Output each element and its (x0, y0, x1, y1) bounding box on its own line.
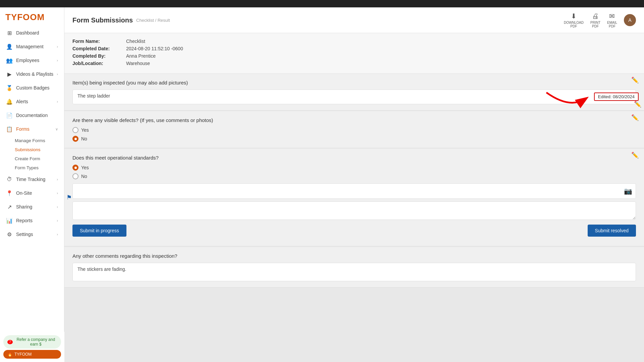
sidebar-item-alerts[interactable]: 🔔 Alerts › (1, 95, 63, 108)
chevron-icon: › (57, 100, 58, 104)
sidebar-item-videos[interactable]: ▶ Videos & Playlists › (1, 67, 63, 81)
sidebar-item-time-tracking[interactable]: ⏱ Time Tracking › (1, 173, 63, 186)
submit-resolved-button[interactable]: Submit resolved (588, 225, 636, 237)
header-left: Form Submissions Checklist / Result (72, 16, 170, 24)
edit-section-2-button[interactable]: ✏️ (631, 114, 639, 121)
chevron-icon: › (57, 45, 58, 49)
sidebar-item-documentation[interactable]: 📄 Documentation (1, 109, 63, 122)
photo-section: 📷 (72, 183, 636, 199)
sidebar-item-forms[interactable]: 📋 Forms ∨ (1, 122, 63, 136)
email-icon: ✉ (609, 12, 615, 20)
section-operational-standards: ⚑ Does this meet operational standards? … (64, 149, 644, 246)
sidebar-item-custom-badges[interactable]: 🏅 Custom Badges (1, 81, 63, 95)
radio-circle-yes (72, 127, 78, 133)
tyfoom-button[interactable]: 🔥 TYFOOM (3, 350, 61, 359)
other-comments-value: The stickers are fading. (72, 263, 636, 281)
sidebar-nav: ⊞ Dashboard 👤 Management › 👥 Employees ›… (0, 26, 64, 362)
sidebar-item-settings[interactable]: ⚙ Settings › (1, 228, 63, 241)
radio-circle-yes-op (72, 165, 78, 171)
user-avatar[interactable]: A (624, 14, 636, 26)
sidebar-item-management[interactable]: 👤 Management › (1, 40, 63, 53)
submit-row: Submit in progress Submit resolved (72, 221, 636, 240)
documentation-icon: 📄 (6, 112, 13, 119)
radio-yes-defects[interactable]: Yes (72, 127, 636, 133)
dashboard-icon: ⊞ (6, 29, 13, 36)
radio-no-defects[interactable]: No (72, 136, 636, 142)
print-pdf-button[interactable]: 🖨 PRINTPDF (590, 12, 600, 28)
sidebar-item-reports[interactable]: 📊 Reports › (1, 214, 63, 227)
operational-comment-textarea[interactable] (72, 201, 636, 220)
tyfoom-icon: 🔥 (7, 352, 12, 357)
form-info: Form Name: Checklist Completed Date: 202… (64, 33, 644, 74)
completed-by-label: Completed By: (72, 53, 126, 59)
submenu-form-types[interactable]: Form Types (15, 163, 64, 172)
email-pdf-button[interactable]: ✉ EMAILPDF (607, 12, 617, 28)
tyfoom-label: TYFOOM (14, 352, 32, 357)
forms-submenu: Manage Forms Submissions Create Form For… (0, 136, 64, 172)
flag-icon: ⚑ (66, 194, 72, 201)
submit-in-progress-button[interactable]: Submit in progress (72, 225, 126, 237)
sidebar-item-sharing[interactable]: ↗ Sharing › (1, 200, 63, 214)
red-arrow-icon (543, 89, 590, 109)
chevron-icon: › (57, 177, 58, 181)
edited-badge: Edited: 08/20/2024 (594, 93, 639, 101)
job-location-label: Job/Location: (72, 61, 126, 66)
videos-icon: ▶ (6, 71, 13, 77)
employees-icon: 👥 (6, 57, 13, 64)
job-location-row: Job/Location: Warehouse (72, 61, 636, 66)
top-bar (0, 0, 644, 7)
sidebar: TYFOOM ⊞ Dashboard 👤 Management › 👥 Empl… (0, 0, 64, 362)
submenu-manage-forms[interactable]: Manage Forms (15, 136, 64, 145)
on-site-icon: 📍 (6, 190, 13, 196)
referral-badge: 7 (7, 340, 13, 344)
completed-date-label: Completed Date: (72, 46, 126, 51)
radio-group-operational: Yes No (72, 165, 636, 179)
print-icon: 🖨 (592, 12, 599, 20)
radio-group-visible-defects: Yes No (72, 127, 636, 142)
question-operational-standards: Does this meet operational standards? (72, 155, 636, 161)
form-name-row: Form Name: Checklist (72, 39, 636, 44)
referral-button[interactable]: 7 Refer a company and earn $ (3, 335, 61, 349)
radio-yes-operational[interactable]: Yes (72, 165, 636, 171)
edit-section-3-button[interactable]: ✏️ (631, 152, 639, 159)
referral-label: Refer a company and earn $ (15, 337, 57, 347)
download-pdf-button[interactable]: ⬇ DOWNLOADPDF (564, 12, 584, 28)
edit-section-1b-button[interactable]: ✏️ (634, 101, 641, 108)
edit-section-1-button[interactable]: ✏️ (631, 76, 639, 84)
sharing-icon: ↗ (6, 203, 13, 210)
logo[interactable]: TYFOOM (0, 7, 64, 26)
form-name-label: Form Name: (72, 39, 126, 44)
header-actions: ⬇ DOWNLOADPDF 🖨 PRINTPDF ✉ EMAILPDF A (564, 12, 636, 28)
page-title: Form Submissions (72, 16, 133, 24)
submenu-submissions[interactable]: Submissions (15, 145, 64, 154)
reports-icon: 📊 (6, 217, 13, 224)
management-icon: 👤 (6, 43, 13, 50)
chevron-down-icon: ∨ (55, 127, 58, 131)
chevron-icon: › (57, 232, 58, 236)
time-tracking-icon: ⏱ (6, 176, 13, 183)
forms-icon: 📋 (6, 126, 13, 132)
breadcrumb: Checklist / Result (136, 18, 170, 23)
section-visible-defects: ✏️ Are there any visible defects? (If ye… (64, 111, 644, 148)
radio-no-operational[interactable]: No (72, 173, 636, 179)
completed-by-row: Completed By: Anna Prentice (72, 53, 636, 59)
completed-date-row: Completed Date: 2024-08-20 11:52:10 -060… (72, 46, 636, 51)
download-icon: ⬇ (571, 12, 577, 20)
sidebar-item-on-site[interactable]: 📍 On-Site › (1, 186, 63, 200)
content-header: Form Submissions Checklist / Result ⬇ DO… (64, 7, 644, 33)
job-location-value: Warehouse (126, 61, 150, 66)
custom-badges-icon: 🏅 (6, 84, 13, 91)
camera-icon: 📷 (624, 187, 632, 195)
section-items-inspected: ✏️ Item(s) being inspected (you may also… (64, 74, 644, 111)
question-items-inspected: Item(s) being inspected (you may also ad… (72, 80, 636, 85)
submenu-create-form[interactable]: Create Form (15, 154, 64, 163)
completed-by-value: Anna Prentice (126, 53, 156, 59)
sidebar-item-dashboard[interactable]: ⊞ Dashboard (1, 26, 63, 40)
edited-badge-container: Edited: 08/20/2024 ✏️ (594, 93, 639, 101)
chevron-icon: › (57, 58, 58, 62)
chevron-icon: › (57, 219, 58, 223)
section-other-comments: Any other comments regarding this inspec… (64, 247, 644, 288)
chevron-icon: › (57, 72, 58, 76)
sidebar-item-employees[interactable]: 👥 Employees › (1, 54, 63, 67)
chevron-icon: › (57, 205, 58, 209)
